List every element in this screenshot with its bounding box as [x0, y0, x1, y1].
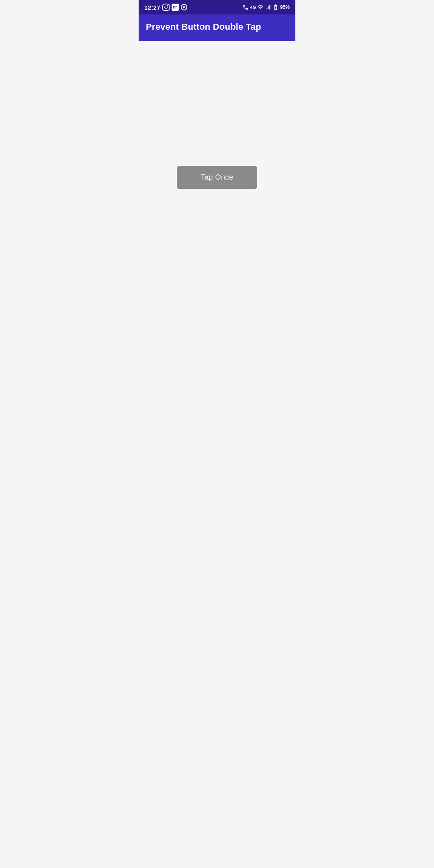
status-time: 12:27	[144, 4, 160, 11]
wifi-icon	[257, 4, 264, 10]
p-icon: P	[181, 4, 187, 10]
dh-icon: Dh	[172, 4, 179, 11]
app-bar-title: Prevent Button Double Tap	[146, 22, 261, 32]
battery-icon	[272, 4, 279, 10]
battery-percentage: 95%	[280, 4, 290, 10]
phone-signal-icon	[242, 4, 249, 10]
status-bar-left: 12:27 Dh P	[144, 4, 187, 11]
main-content: Tap Once	[139, 41, 295, 313]
tap-once-button[interactable]: Tap Once	[177, 166, 257, 189]
status-bar-right: 4G 95%	[242, 4, 290, 10]
app-bar: Prevent Button Double Tap	[139, 14, 295, 41]
status-bar: 12:27 Dh P 4G	[139, 0, 295, 14]
4g-label-left: 4G	[250, 5, 256, 10]
signal-icon	[265, 4, 271, 10]
instagram-icon	[162, 4, 170, 11]
